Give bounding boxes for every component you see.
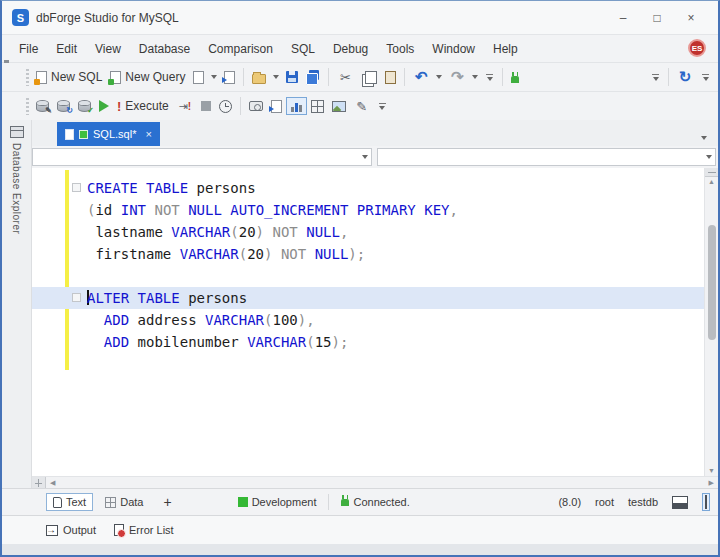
sql-toolbar-overflow-button[interactable] (379, 103, 386, 110)
image-icon (332, 101, 346, 112)
fold-marker-icon[interactable] (72, 293, 81, 302)
text-view-tab[interactable]: Text (46, 493, 93, 511)
minimize-button[interactable]: – (606, 6, 640, 30)
sql-document-icon (65, 129, 74, 140)
output-tab[interactable]: Output (46, 524, 96, 536)
undo-button[interactable] (409, 67, 433, 87)
execute-button[interactable]: ! Execute (113, 97, 173, 116)
scroll-down-icon[interactable]: ▼ (708, 466, 715, 476)
toolbar-overflow-button[interactable] (486, 74, 493, 81)
toolbar2-overflow-button[interactable] (652, 74, 659, 81)
import-script-button[interactable] (267, 98, 286, 115)
menu-view[interactable]: View (86, 38, 130, 60)
account-badge[interactable]: ES (688, 39, 706, 57)
split-view-button[interactable] (672, 496, 688, 509)
code-line[interactable]: lastname VARCHAR(20) NOT NULL, (32, 221, 704, 243)
menu-tools[interactable]: Tools (377, 38, 423, 60)
undo-dropdown[interactable] (436, 75, 442, 79)
tab-sql-sql[interactable]: SQL.sql* × (57, 122, 160, 146)
scroll-up-icon[interactable]: ▲ (708, 177, 715, 187)
connection-status[interactable]: Connected. (335, 494, 415, 510)
sql-toolbar-grip[interactable] (26, 98, 29, 115)
new-query-icon (110, 71, 121, 84)
text-view-icon (53, 497, 62, 508)
maximize-button[interactable]: □ (640, 6, 674, 30)
menu-sql[interactable]: SQL (282, 38, 324, 60)
code-line[interactable]: firstname VARCHAR(20) NOT NULL); (32, 243, 704, 265)
horizontal-splitter-handle[interactable] (32, 477, 46, 488)
menu-edit[interactable]: Edit (47, 38, 86, 60)
code-line[interactable]: ADD address VARCHAR(100), (32, 309, 704, 331)
code-line[interactable]: ADD mobilenumber VARCHAR(15); (32, 331, 704, 353)
members-combobox[interactable] (377, 148, 717, 166)
execute-to-cursor-button[interactable]: ⇥! (173, 96, 197, 116)
redo-button[interactable] (445, 67, 469, 87)
code-line[interactable] (32, 265, 704, 287)
query-profiler-toggle[interactable] (286, 97, 307, 115)
refresh-database-button[interactable] (53, 98, 74, 114)
menu-window[interactable]: Window (423, 38, 484, 60)
new-from-template-button[interactable] (220, 69, 239, 86)
paste-button[interactable] (381, 69, 400, 86)
cut-button[interactable] (333, 67, 357, 87)
scroll-right-icon[interactable]: ▶ (705, 479, 718, 487)
environment-category[interactable]: Development (232, 494, 323, 510)
save-button[interactable] (282, 69, 302, 85)
snapshot-button[interactable] (245, 99, 267, 113)
error-list-tab[interactable]: Error List (114, 524, 174, 536)
statusbar-database[interactable]: testdb (628, 496, 658, 508)
types-combobox-arrow-icon[interactable] (362, 155, 368, 159)
edit-database-button[interactable] (32, 98, 53, 114)
stop-button[interactable] (197, 99, 215, 113)
toolbar-grip[interactable] (26, 69, 29, 86)
scroll-left-icon[interactable]: ◀ (46, 479, 59, 487)
layout-button[interactable] (307, 98, 328, 115)
app-window: S dbForge Studio for MySQL – □ × File Ed… (0, 0, 720, 557)
menu-database[interactable]: Database (130, 38, 199, 60)
fold-gutter (72, 315, 81, 324)
open-file-dropdown[interactable] (273, 75, 279, 79)
types-combobox[interactable] (32, 148, 372, 166)
splitter-handle[interactable] (705, 168, 718, 177)
copy-button[interactable] (357, 69, 381, 86)
new-connection-button[interactable] (507, 70, 523, 85)
fold-marker-icon[interactable] (72, 183, 81, 192)
tab-list-dropdown[interactable] (701, 136, 707, 140)
window-resize-edge[interactable] (2, 544, 718, 556)
new-sql-button[interactable]: New SQL (32, 68, 106, 86)
data-view-tab[interactable]: Data (99, 494, 149, 510)
open-file-button[interactable] (248, 69, 270, 86)
menu-file[interactable]: File (10, 38, 47, 60)
new-document-button[interactable] (189, 69, 208, 86)
redo-dropdown[interactable] (472, 75, 478, 79)
add-view-button[interactable]: + (155, 494, 179, 510)
refresh-icon (677, 69, 693, 85)
close-button[interactable]: × (674, 6, 708, 30)
menu-debug[interactable]: Debug (324, 38, 377, 60)
menu-help[interactable]: Help (484, 38, 527, 60)
horizontal-scrollbar[interactable]: ◀ ▶ (32, 476, 718, 488)
code-line[interactable]: ALTER TABLE persons (32, 287, 704, 309)
save-all-button[interactable] (302, 68, 324, 86)
new-document-dropdown[interactable] (211, 75, 217, 79)
code-area[interactable]: CREATE TABLE persons(id INT NOT NULL AUT… (32, 177, 704, 353)
code-line[interactable]: CREATE TABLE persons (32, 177, 704, 199)
database-explorer-tab[interactable]: Database Explorer (2, 120, 32, 488)
run-button[interactable] (95, 98, 113, 114)
sql-editor[interactable]: CREATE TABLE persons(id INT NOT NULL AUT… (32, 168, 704, 476)
members-combobox-arrow-icon[interactable] (706, 155, 712, 159)
validate-database-button[interactable] (74, 98, 95, 114)
vertical-scrollbar[interactable]: ▲ ▼ (704, 168, 718, 476)
refresh-overflow-button[interactable] (702, 74, 709, 81)
new-query-button[interactable]: New Query (106, 68, 189, 86)
vertical-scroll-thumb[interactable] (708, 225, 716, 340)
menu-comparison[interactable]: Comparison (199, 38, 282, 60)
code-line[interactable]: (id INT NOT NULL AUTO_INCREMENT PRIMARY … (32, 199, 704, 221)
history-button[interactable] (215, 98, 236, 115)
tab-close-icon[interactable]: × (145, 128, 151, 140)
edit-snippet-button[interactable] (350, 96, 374, 116)
full-view-button[interactable] (702, 493, 710, 511)
refresh-button[interactable] (673, 67, 697, 87)
statusbar-user[interactable]: root (595, 496, 614, 508)
diagram-button[interactable] (328, 99, 350, 114)
